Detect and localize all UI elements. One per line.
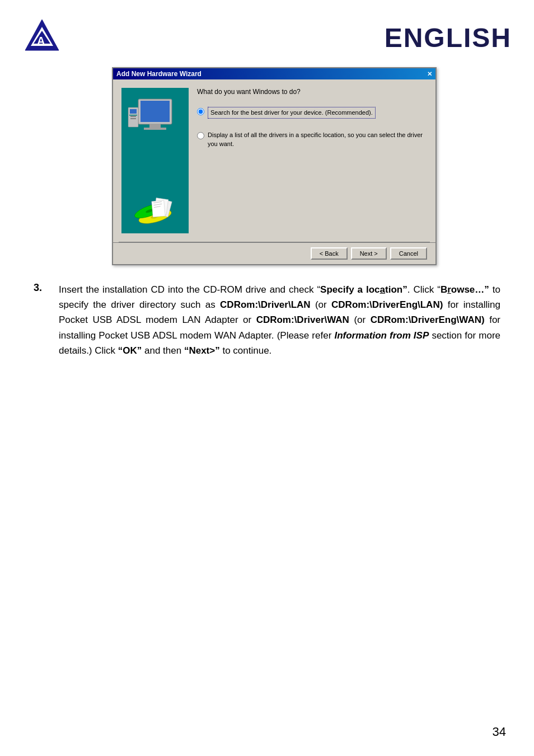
language-title: ENGLISH xyxy=(385,22,512,53)
specify-location-text: Specify a location” xyxy=(320,284,407,295)
computer-illustration xyxy=(127,96,183,141)
wizard-image-panel xyxy=(121,88,189,233)
dialog-question: What do you want Windows to do? xyxy=(197,88,427,96)
step-text: Insert the installation CD into the CD-R… xyxy=(59,282,500,358)
svg-rect-7 xyxy=(144,128,166,130)
svg-text:A: A xyxy=(37,35,45,47)
radio-label-2: Display a list of all the drivers in a s… xyxy=(208,131,427,148)
path-wan-eng: CDRom:\DriverEng\WAN) xyxy=(371,314,485,325)
step-3-paragraph: 3. Insert the installation CD into the C… xyxy=(34,282,500,358)
dialog-footer: < Back Next > Cancel xyxy=(113,242,435,264)
path-wan: CDRom:\Driver\WAN xyxy=(256,314,349,325)
radio-display-list[interactable] xyxy=(197,132,204,139)
path-lan: CDRom:\Driver\LAN xyxy=(220,299,311,310)
step-number: 3. xyxy=(34,282,48,358)
page-container: A ENGLISH Add New Hardware Wizard ✕ xyxy=(0,0,534,756)
instruction-section: 3. Insert the installation CD into the C… xyxy=(22,282,512,358)
radio-option-1[interactable]: Search for the best driver for your devi… xyxy=(197,107,427,119)
company-logo: A xyxy=(22,17,62,56)
radio-option-2[interactable]: Display a list of all the drivers in a s… xyxy=(197,131,427,148)
back-button[interactable]: < Back xyxy=(311,247,348,260)
svg-rect-6 xyxy=(149,124,161,128)
svg-rect-9 xyxy=(130,109,137,114)
section-word: section xyxy=(432,330,462,341)
path-lan-eng: CDRom:\DriverEng\LAN) xyxy=(331,299,443,310)
next-text: “Next>” xyxy=(184,345,220,356)
dialog-box: Add New Hardware Wizard ✕ xyxy=(112,67,437,265)
ok-text: “OK” xyxy=(118,345,142,356)
radio-search-best[interactable] xyxy=(197,108,204,115)
dialog-close-buttons: ✕ xyxy=(427,71,432,78)
isp-section-ref: Information from ISP xyxy=(334,330,429,341)
next-button[interactable]: Next > xyxy=(351,247,387,260)
dialog-right: What do you want Windows to do? Search f… xyxy=(197,88,427,233)
dialog-content: What do you want Windows to do? Search f… xyxy=(113,79,435,242)
svg-rect-12 xyxy=(129,115,137,116)
radio-label-1: Search for the best driver for your devi… xyxy=(208,107,376,119)
dialog-title: Add New Hardware Wizard xyxy=(116,70,202,78)
dialog-titlebar: Add New Hardware Wizard ✕ xyxy=(113,68,435,79)
header: A ENGLISH xyxy=(22,17,512,56)
svg-rect-10 xyxy=(130,116,136,117)
page-number: 34 xyxy=(493,725,506,739)
svg-rect-5 xyxy=(140,101,170,122)
dialog-wrapper: Add New Hardware Wizard ✕ xyxy=(112,67,437,265)
svg-rect-11 xyxy=(130,118,136,119)
cancel-button[interactable]: Cancel xyxy=(390,247,427,260)
discs-area xyxy=(124,183,186,228)
browse-text: Browse…” xyxy=(441,284,489,295)
